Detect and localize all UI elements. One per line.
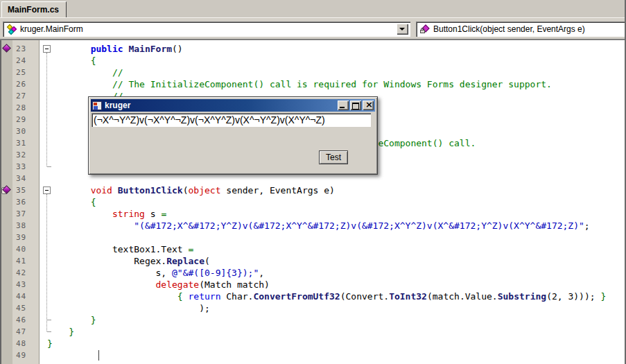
line-number: 24: [16, 55, 26, 67]
line-number: 42: [16, 267, 26, 279]
line-number: 36: [16, 196, 26, 208]
class-diamonds-icon: [6, 24, 17, 35]
code-line: }: [47, 326, 74, 338]
line-number: 44: [16, 291, 26, 302]
line-number: 39: [16, 232, 26, 243]
dialog-title: kruger: [105, 101, 336, 110]
code-line: }: [47, 338, 53, 349]
test-button[interactable]: Test: [319, 150, 348, 164]
line-number: 48: [16, 338, 26, 349]
code-line: void Button1Click(object sender, EventAr…: [47, 184, 335, 196]
member-combobox-value: Button1Click(object sender, EventArgs e): [433, 24, 585, 34]
line-number: 37: [16, 208, 26, 220]
code-line: Regex.Replace(: [47, 255, 210, 267]
code-line: textBox1.Text =: [47, 243, 193, 255]
chevron-down-icon: [399, 28, 405, 31]
line-number: 34: [16, 173, 26, 184]
code-line: public MainForm(): [47, 43, 183, 55]
line-number: 33: [16, 161, 26, 173]
line-number: 27: [16, 90, 26, 102]
line-number: 30: [16, 125, 26, 137]
line-number: 31: [16, 137, 26, 149]
line-number: 40: [16, 243, 26, 255]
maximize-button[interactable]: [350, 101, 361, 110]
code-line: );: [47, 302, 210, 314]
expression-input[interactable]: [92, 113, 371, 127]
code-line: {: [47, 196, 96, 208]
winforms-form-icon: [92, 101, 102, 110]
line-number: 43: [16, 279, 26, 291]
code-line: delegate(Match match): [47, 279, 270, 291]
class-combobox-value: kruger.MainForm: [20, 24, 83, 34]
code-line: "(&#172;X^&#172;Y^Z)v(&#172;X^Y^&#172;Z)…: [47, 220, 590, 232]
dropdown-arrow-button[interactable]: [397, 24, 408, 35]
minimize-button[interactable]: [338, 101, 349, 110]
line-number: 38: [16, 220, 26, 232]
tab-mainform[interactable]: MainForm.cs: [1, 1, 67, 18]
tab-label: MainForm.cs: [8, 5, 59, 15]
code-line: {: [47, 55, 96, 67]
line-number: 41: [16, 255, 26, 267]
bookmark-gutter[interactable]: [1, 40, 12, 364]
line-number: 23: [16, 43, 26, 55]
code-line: //: [47, 67, 123, 78]
member-combobox[interactable]: Button1Click(object sender, EventArgs e): [416, 21, 626, 37]
line-number: 49: [16, 349, 26, 361]
text-caret: [98, 350, 99, 361]
code-line: }: [47, 314, 96, 326]
line-number: 47: [16, 326, 26, 338]
private-method-icon: [419, 24, 431, 35]
line-number-gutter: 2324252627282930313233343536373839404142…: [12, 40, 40, 364]
dialog-titlebar[interactable]: kruger: [91, 99, 375, 112]
close-button[interactable]: [363, 101, 374, 110]
code-line: string s =: [47, 208, 166, 220]
navigation-toolbar: kruger.MainForm Button1Click(object send…: [0, 18, 625, 39]
code-line: s, @"&#([0-9]{3});",: [47, 267, 264, 279]
line-number: 46: [16, 314, 26, 326]
code-line: // The InitializeComponent() call is req…: [47, 78, 552, 90]
code-line: { return Char.ConvertFromUtf32(Convert.T…: [47, 291, 606, 302]
kruger-dialog: kruger Test: [88, 96, 378, 175]
bookmark-gem-icon: [2, 44, 11, 53]
line-number: 35: [16, 184, 26, 196]
line-number: 25: [16, 67, 26, 78]
line-number: 32: [16, 149, 26, 161]
line-number: 29: [16, 114, 26, 125]
class-combobox[interactable]: kruger.MainForm: [3, 21, 410, 37]
line-number: 45: [16, 302, 26, 314]
line-number: 28: [16, 102, 26, 114]
line-number: 26: [16, 78, 26, 90]
ide-window: MainForm.cs kruger.MainForm Button1Click…: [0, 0, 626, 364]
tab-strip: MainForm.cs: [0, 0, 625, 18]
code-editor[interactable]: 2324252627282930313233343536373839404142…: [0, 40, 625, 364]
